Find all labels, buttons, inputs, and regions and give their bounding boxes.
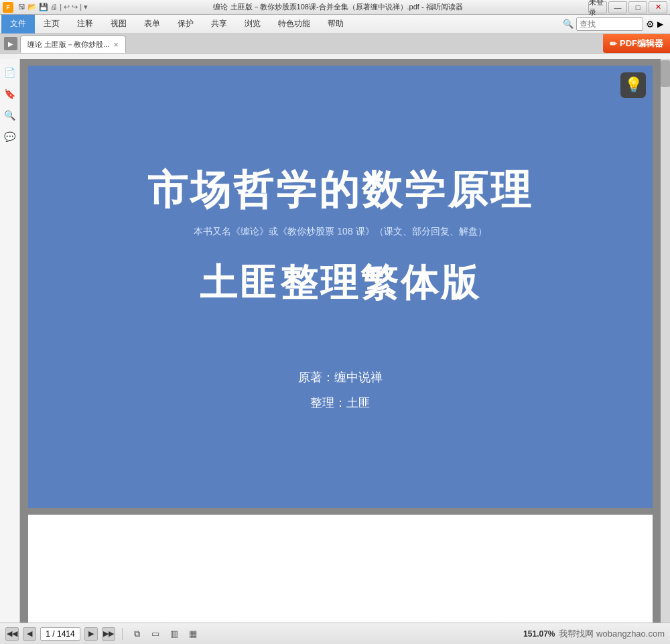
pdf-page-2 <box>28 515 653 623</box>
pdf-page-1: 💡 市场哲学的数学原理 本书又名《缠论》或《教你炒股票 108 课》（课文、部分… <box>28 66 653 508</box>
menu-bar: 文件 主页 注释 视图 表单 保护 共享 浏览 特色功能 帮助 🔍 ⚙ ▶ <box>0 15 670 34</box>
expand-icon[interactable]: ▶ <box>657 19 663 29</box>
lightbulb-icon: 💡 <box>624 76 643 94</box>
menu-protect[interactable]: 保护 <box>169 15 202 34</box>
vertical-scrollbar[interactable] <box>661 59 670 623</box>
next-page-btn[interactable]: ▶ <box>84 627 98 641</box>
minimize-button[interactable]: — <box>608 1 627 13</box>
sidebar-thumbnail-icon[interactable]: 📄 <box>2 64 18 80</box>
tab-pdf[interactable]: 缠论 土匪版－教你炒股... × <box>20 36 126 53</box>
view-mode-3-btn[interactable]: ▥ <box>167 627 182 641</box>
page1-editor: 整理：土匪 <box>310 395 371 411</box>
menu-help[interactable]: 帮助 <box>319 15 352 34</box>
view-mode-2-btn[interactable]: ▭ <box>148 627 163 641</box>
menu-home[interactable]: 主页 <box>35 15 68 34</box>
tab-close-btn[interactable]: × <box>113 40 119 50</box>
tab-nav-arrow[interactable]: ▶ <box>4 37 17 50</box>
page1-secondary-title: 土匪整理繁体版 <box>200 258 481 309</box>
page-number-input[interactable] <box>40 627 80 641</box>
last-page-btn[interactable]: ▶▶ <box>102 627 115 641</box>
search-icon: 🔍 <box>563 19 574 29</box>
maximize-button[interactable]: □ <box>628 1 647 13</box>
status-right-area: 151.07% 我帮找网 wobangzhao.com <box>523 628 665 640</box>
pdf-editor-label: PDF编辑器 <box>620 38 663 50</box>
pdf-editor-button[interactable]: ✏ PDF编辑器 <box>603 34 670 53</box>
page1-main-title: 市场哲学的数学原理 <box>147 164 533 218</box>
menu-annotate[interactable]: 注释 <box>68 15 102 34</box>
sidebar-search-icon[interactable]: 🔍 <box>2 107 18 123</box>
page1-subtitle: 本书又名《缠论》或《教你炒股票 108 课》（课文、部分回复、解盘） <box>194 226 486 238</box>
watermark-text: 我帮找网 wobangzhao.com <box>559 628 665 640</box>
menu-browse[interactable]: 浏览 <box>236 15 269 34</box>
page1-author: 原著：缠中说禅 <box>298 369 383 385</box>
prev-page-btn[interactable]: ◀ <box>23 627 36 641</box>
main-content-area: 💡 市场哲学的数学原理 本书又名《缠论》或《教你炒股票 108 课》（课文、部分… <box>20 59 661 623</box>
scrollbar-thumb[interactable] <box>661 60 670 87</box>
sidebar-comment-icon[interactable]: 💬 <box>2 129 18 145</box>
status-bar: ◀◀ ◀ ▶ ▶▶ ⧉ ▭ ▥ ▦ 151.07% 我帮找网 wobangzha… <box>0 623 670 644</box>
title-bar-left: F 🖫 📂 💾 🖨 | ↩ ↪ | ▾ <box>3 2 88 13</box>
view-mode-1-btn[interactable]: ⧉ <box>129 627 144 641</box>
gear-icon[interactable]: ⚙ <box>646 19 655 29</box>
zoom-level: 151.07% <box>523 629 555 639</box>
tab-bar: ▶ 缠论 土匪版－教你炒股... × ✏ PDF编辑器 <box>0 34 670 54</box>
close-button[interactable]: ✕ <box>649 1 667 13</box>
view-mode-4-btn[interactable]: ▦ <box>186 627 200 641</box>
menu-features[interactable]: 特色功能 <box>269 15 319 34</box>
window-title: 缠论 土匪版－教你炒股票108课-合并全集（原著缠中说禅）.pdf - 福听阅读… <box>88 2 588 12</box>
menu-form[interactable]: 表单 <box>135 15 169 34</box>
app-icon: F <box>3 2 13 13</box>
menu-file[interactable]: 文件 <box>1 15 35 34</box>
pdf-editor-icon: ✏ <box>610 39 617 49</box>
search-input[interactable] <box>576 17 643 31</box>
tab-label: 缠论 土匪版－教你炒股... <box>27 40 109 50</box>
left-sidebar: 📄 🔖 🔍 💬 <box>0 59 20 623</box>
title-bar-controls: 未登录 — □ ✕ <box>588 1 667 13</box>
login-button[interactable]: 未登录 <box>588 1 607 13</box>
first-page-btn[interactable]: ◀◀ <box>5 627 19 641</box>
sidebar-bookmark-icon[interactable]: 🔖 <box>2 86 18 102</box>
menu-share[interactable]: 共享 <box>202 15 236 34</box>
title-bar: F 🖫 📂 💾 🖨 | ↩ ↪ | ▾ 缠论 土匪版－教你炒股票108课-合并全… <box>0 0 670 15</box>
lightbulb-button[interactable]: 💡 <box>620 72 646 98</box>
menu-view[interactable]: 视图 <box>102 15 135 34</box>
